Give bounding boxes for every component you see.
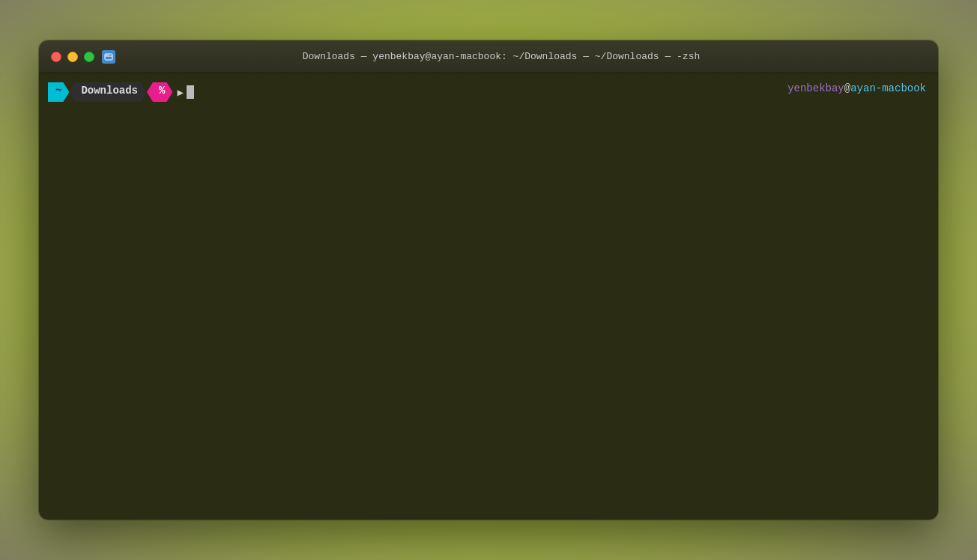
minimize-button[interactable] [67,52,78,62]
window-title: Downloads — yenbekbay@ayan-macbook: ~/Do… [99,51,904,62]
terminal-body[interactable]: ~ Downloads % ▶ yenbekbay@ayan-macbook [39,73,938,520]
username: yenbekbay [787,82,844,94]
hostname: ayan-macbook [850,82,926,94]
terminal-window: Downloads — yenbekbay@ayan-macbook: ~/Do… [39,40,938,520]
prompt-segments: ~ Downloads % [48,82,172,102]
prompt-directory: Downloads [69,82,147,102]
prompt-arrow: ▶ [177,86,183,99]
cursor [187,85,194,99]
prompt-tilde: ~ [48,82,69,102]
at-symbol: @ [844,82,850,94]
terminal-content[interactable] [39,105,938,514]
close-button[interactable] [51,52,61,62]
title-bar: Downloads — yenbekbay@ayan-macbook: ~/Do… [39,40,938,73]
prompt-percent: % [147,82,172,102]
username-display: yenbekbay@ayan-macbook [787,82,926,94]
traffic-lights [51,52,94,62]
maximize-button[interactable] [84,52,94,62]
